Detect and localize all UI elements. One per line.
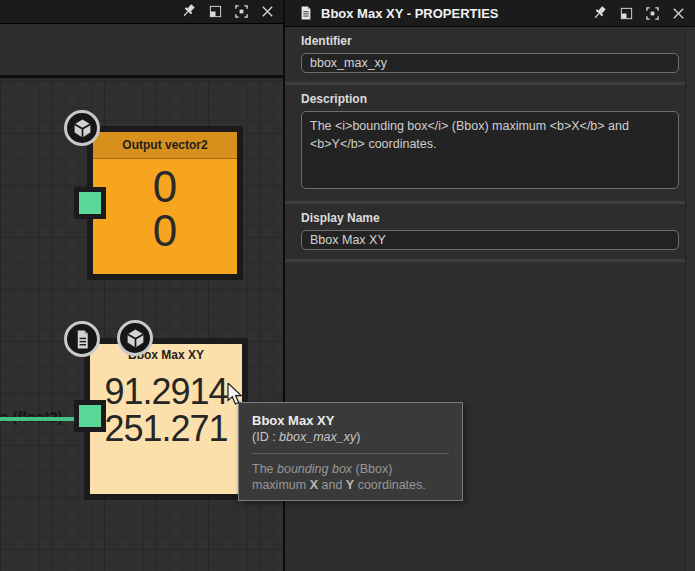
input-port[interactable] xyxy=(74,400,106,432)
close-icon[interactable] xyxy=(671,6,686,21)
maximize-icon[interactable] xyxy=(645,6,660,21)
node-tooltip: Bbox Max XY (ID : bbox_max_xy) The bound… xyxy=(238,402,463,501)
restore-icon[interactable] xyxy=(619,6,634,21)
identifier-section: Identifier xyxy=(285,27,695,85)
node-title: Output vector2 xyxy=(93,132,237,159)
identifier-input[interactable] xyxy=(301,53,679,73)
close-icon[interactable] xyxy=(260,4,275,19)
panel-title: Bbox Max XY - PROPERTIES xyxy=(321,6,498,21)
node-value-y: 251.271 xyxy=(90,410,242,447)
node-graph-canvas[interactable]: Output vector2 0 0 e (float2) Bbox Max X… xyxy=(0,81,283,571)
maximize-icon[interactable] xyxy=(234,4,249,19)
cube-icon[interactable] xyxy=(117,320,153,356)
application-window: Output vector2 0 0 e (float2) Bbox Max X… xyxy=(0,0,695,571)
document-icon xyxy=(298,6,313,21)
pin-icon[interactable] xyxy=(593,6,608,21)
display-name-input[interactable] xyxy=(301,230,679,250)
display-name-section: Display Name xyxy=(285,204,695,262)
graph-pane-header xyxy=(0,0,283,24)
node-value-y: 0 xyxy=(93,209,237,253)
input-port[interactable] xyxy=(74,187,106,219)
graph-pane-subheader xyxy=(0,25,283,78)
tooltip-title: Bbox Max XY xyxy=(252,413,449,429)
tooltip-id-line: (ID : bbox_max_xy) xyxy=(252,429,449,445)
description-section: Description The <i>bounding box</i> (Bbo… xyxy=(285,85,695,204)
mouse-cursor-icon xyxy=(227,383,245,407)
connection-wire[interactable] xyxy=(0,417,78,421)
node-output-vector2[interactable]: Output vector2 0 0 xyxy=(87,126,243,280)
node-values: 91.2914 251.271 xyxy=(90,373,242,447)
node-title: Bbox Max XY xyxy=(90,348,242,362)
restore-icon[interactable] xyxy=(208,4,223,19)
node-value-x: 91.2914 xyxy=(90,373,242,410)
description-textarea[interactable]: The <i>bounding box</i> (Bbox) maximum <… xyxy=(301,111,679,189)
node-value-x: 0 xyxy=(93,165,237,209)
properties-panel-header: Bbox Max XY - PROPERTIES xyxy=(285,0,695,27)
display-name-label: Display Name xyxy=(301,211,679,225)
document-icon[interactable] xyxy=(64,321,100,357)
tooltip-description: The bounding box (Bbox) maximum X and Y … xyxy=(252,461,449,493)
node-bbox-max-xy[interactable]: Bbox Max XY 91.2914 251.271 xyxy=(84,338,248,500)
panel-scrollbar-track[interactable] xyxy=(685,27,695,571)
description-label: Description xyxy=(301,92,679,106)
node-values: 0 0 xyxy=(93,165,237,253)
identifier-label: Identifier xyxy=(301,34,679,48)
pin-icon[interactable] xyxy=(182,4,197,19)
cube-icon[interactable] xyxy=(64,110,100,146)
graph-pane: Output vector2 0 0 e (float2) Bbox Max X… xyxy=(0,0,283,571)
tooltip-divider xyxy=(252,453,449,454)
